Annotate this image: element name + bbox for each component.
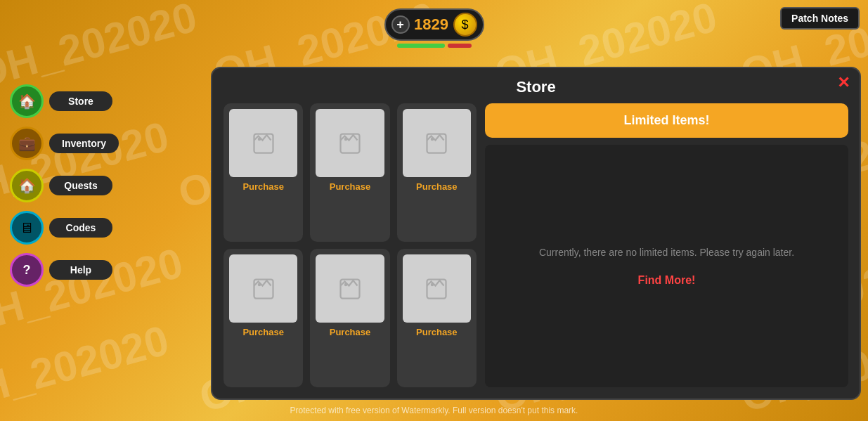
modal-close-button[interactable]: ✕ <box>837 75 850 91</box>
sidebar-label-help: Help <box>49 260 112 280</box>
inventory-icon: 💼 <box>10 127 44 160</box>
store-item-6-label: Purchase <box>416 327 458 337</box>
sidebar-label-codes: Codes <box>49 218 112 238</box>
store-item-4-label: Purchase <box>242 327 284 337</box>
help-icon: ? <box>10 253 44 287</box>
patch-notes-button[interactable]: Patch Notes <box>780 7 860 30</box>
sidebar-label-quests: Quests <box>49 176 112 195</box>
store-item-1-image <box>229 109 297 177</box>
store-item-6[interactable]: Purchase <box>397 249 477 387</box>
store-items-grid: Purchase Purchase <box>224 103 477 387</box>
quests-icon: 🏠 <box>10 169 44 202</box>
currency-pill: + 1829 $ <box>384 8 484 41</box>
sidebar-item-codes[interactable]: 🖥 Codes <box>10 211 119 245</box>
modal-title: Store <box>516 78 555 96</box>
sidebar-item-store[interactable]: 🏠 Store <box>10 84 119 118</box>
store-item-4[interactable]: Purchase <box>224 249 303 387</box>
store-item-3[interactable]: Purchase <box>397 103 477 242</box>
store-item-6-image <box>403 254 471 323</box>
currency-amount: 1829 <box>414 15 449 34</box>
store-item-3-image <box>403 109 471 177</box>
store-item-2[interactable]: Purchase <box>310 103 389 242</box>
limited-items-content: Currently, there are no limited items. P… <box>485 145 848 387</box>
modal-body: Purchase Purchase <box>212 103 860 399</box>
store-item-5-image <box>316 254 384 323</box>
health-bar <box>397 44 472 48</box>
store-item-5-label: Purchase <box>330 327 371 337</box>
footer-watermark-text: Protected with free version of Watermark… <box>290 406 578 415</box>
sidebar-item-help[interactable]: ? Help <box>10 253 119 287</box>
store-item-1[interactable]: Purchase <box>224 103 303 242</box>
currency-plus-button[interactable]: + <box>391 15 410 34</box>
sidebar: 🏠 Store 💼 Inventory 🏠 Quests 🖥 Codes ? H… <box>10 84 119 287</box>
svg-point-9 <box>344 283 348 286</box>
svg-point-5 <box>431 137 434 141</box>
health-green-segment <box>397 44 445 48</box>
sidebar-item-quests[interactable]: 🏠 Quests <box>10 169 119 202</box>
health-red-segment <box>448 44 472 48</box>
codes-icon: 🖥 <box>10 211 44 245</box>
svg-point-7 <box>257 283 261 286</box>
store-item-4-image <box>229 254 297 323</box>
store-item-3-label: Purchase <box>416 181 458 192</box>
svg-point-11 <box>431 283 434 286</box>
find-more-link[interactable]: Find More! <box>638 274 696 287</box>
no-items-text: Currently, there are no limited items. P… <box>539 245 794 260</box>
currency-bar: + 1829 $ <box>384 8 484 48</box>
svg-point-3 <box>344 137 348 141</box>
svg-point-1 <box>257 137 261 141</box>
store-item-1-label: Purchase <box>242 181 284 192</box>
store-item-2-label: Purchase <box>330 181 371 192</box>
store-item-2-image <box>316 109 384 177</box>
limited-items-button[interactable]: Limited Items! <box>485 103 848 138</box>
right-panel: Limited Items! Currently, there are no l… <box>485 103 848 387</box>
store-icon: 🏠 <box>10 84 44 118</box>
currency-coin-icon: $ <box>453 13 477 37</box>
store-modal: Store ✕ Purchase <box>211 67 861 400</box>
modal-header: Store ✕ <box>212 68 860 103</box>
store-item-5[interactable]: Purchase <box>310 249 389 387</box>
sidebar-item-inventory[interactable]: 💼 Inventory <box>10 127 119 160</box>
sidebar-label-inventory: Inventory <box>49 134 119 153</box>
sidebar-label-store: Store <box>49 91 112 111</box>
